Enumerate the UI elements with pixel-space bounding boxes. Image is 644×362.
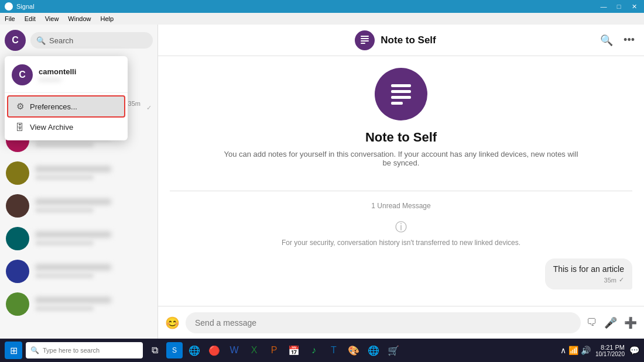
- dropdown-avatar: C: [12, 64, 33, 85]
- spotify-icon[interactable]: ♪: [306, 342, 322, 358]
- volume-icon: 🔊: [581, 346, 591, 355]
- teamviewer-icon[interactable]: T: [326, 342, 342, 358]
- system-tray[interactable]: ∧ 📶 🔊: [560, 346, 591, 355]
- title-bar-controls[interactable]: — □ ✕: [598, 3, 639, 11]
- sticker-button[interactable]: 🗨: [587, 316, 597, 329]
- minimize-button[interactable]: —: [598, 3, 609, 11]
- chrome-icon[interactable]: 🔴: [206, 342, 222, 358]
- taskbar-icons[interactable]: ⧉ S 🌐 🔴 W X P 📅 ♪ T 🎨 🌐 🛒: [146, 342, 402, 358]
- taskbar-search[interactable]: 🔍: [26, 342, 143, 358]
- dropdown-view-archive[interactable]: 🗄 View Archive: [7, 118, 125, 137]
- emoji-button[interactable]: 😊: [165, 316, 180, 330]
- clock-time: 8:21 PM: [595, 344, 625, 351]
- profile-button[interactable]: C: [5, 30, 26, 51]
- conv-name: [35, 199, 111, 205]
- conv-time: 35m: [128, 100, 141, 107]
- menu-edit[interactable]: Edit: [22, 15, 38, 22]
- menu-help[interactable]: Help: [98, 15, 116, 22]
- check-icon: ✓: [146, 104, 152, 112]
- message-row: This is for an article 35m ✓: [170, 258, 632, 289]
- svg-rect-3: [361, 43, 365, 44]
- clock-date: 10/17/2020: [595, 351, 625, 357]
- taskbar-left[interactable]: ⊞ 🔍 ⧉ S 🌐 🔴 W X P 📅 ♪ T 🎨 🌐 🛒: [5, 342, 402, 359]
- store-icon[interactable]: 🛒: [385, 342, 402, 358]
- list-item[interactable]: [0, 255, 157, 288]
- menu-window[interactable]: Window: [66, 15, 93, 22]
- dropdown-user-info: camontelli ••••••••••: [39, 67, 76, 83]
- list-item[interactable]: [0, 222, 157, 255]
- dropdown-username: camontelli: [39, 67, 76, 76]
- message-text: This is for an article: [553, 264, 624, 274]
- app-container: C 🔍 Search C camontelli •••••••••• ⚙ Pre…: [0, 25, 644, 339]
- close-button[interactable]: ✕: [629, 3, 639, 11]
- menu-view[interactable]: View: [43, 15, 61, 22]
- avatar: [6, 260, 29, 283]
- chat-title: Note to Self: [381, 35, 436, 46]
- list-item[interactable]: [0, 189, 157, 222]
- search-input[interactable]: Search: [49, 36, 147, 45]
- chat-header-center: Note to Self: [355, 30, 436, 50]
- conv-name: [35, 297, 111, 303]
- word-icon[interactable]: W: [226, 342, 242, 358]
- conv-info: [35, 297, 152, 311]
- svg-rect-7: [391, 102, 403, 105]
- edge-icon[interactable]: 🌐: [186, 342, 203, 358]
- note-icon: [359, 35, 371, 46]
- conv-info: [35, 264, 152, 278]
- attach-button[interactable]: ➕: [624, 316, 637, 329]
- chat-divider: [170, 191, 632, 191]
- dropdown-user-item[interactable]: C camontelli ••••••••••: [5, 60, 128, 90]
- avatar: [6, 292, 29, 316]
- input-actions[interactable]: 🗨 🎤 ➕: [587, 316, 637, 329]
- tray-expand-icon[interactable]: ∧: [560, 346, 566, 355]
- message-bubble: This is for an article 35m ✓: [545, 258, 632, 289]
- preferences-label: Preferences...: [30, 102, 77, 111]
- security-notice: ⓘ For your security, conversation histor…: [282, 219, 520, 247]
- search-icon: 🔍: [30, 346, 39, 354]
- search-box[interactable]: 🔍 Search: [30, 32, 153, 49]
- search-chat-button[interactable]: 🔍: [600, 34, 613, 47]
- microphone-button[interactable]: 🎤: [604, 316, 617, 329]
- chat-intro: Note to Self You can add notes for yours…: [220, 68, 583, 167]
- message-input[interactable]: [186, 312, 581, 333]
- chat-intro-title: Note to Self: [365, 130, 437, 145]
- chat-header-actions[interactable]: 🔍 •••: [600, 34, 635, 47]
- calendar-icon[interactable]: 📅: [286, 342, 302, 358]
- conv-preview: [35, 175, 94, 180]
- message-time: 35m: [604, 277, 616, 284]
- list-item[interactable]: [0, 288, 157, 320]
- browser-icon-2[interactable]: 🌐: [365, 342, 382, 358]
- chat-body: Note to Self You can add notes for yours…: [158, 56, 644, 306]
- avatar: [6, 194, 29, 218]
- excel-icon[interactable]: X: [246, 342, 262, 358]
- chat-area: Note to Self 🔍 ••• Note to Self: [158, 25, 644, 339]
- info-icon: ⓘ: [395, 219, 407, 235]
- more-options-button[interactable]: •••: [624, 34, 635, 46]
- windows-logo: ⊞: [10, 345, 18, 356]
- dropdown-phone: ••••••••••: [39, 76, 76, 83]
- maximize-button[interactable]: □: [614, 3, 624, 11]
- conv-info: [35, 166, 152, 180]
- chat-header-avatar: [355, 30, 375, 50]
- svg-rect-5: [391, 90, 411, 93]
- menu-bar: File Edit View Window Help: [0, 13, 644, 25]
- list-item[interactable]: [0, 157, 157, 189]
- taskbar-search-input[interactable]: [43, 347, 136, 354]
- conv-info: [35, 232, 152, 246]
- notification-icon[interactable]: 💬: [629, 346, 639, 355]
- powerpoint-icon[interactable]: P: [266, 342, 282, 358]
- app-icon: [5, 2, 13, 11]
- taskbar-signal-icon[interactable]: S: [166, 342, 183, 358]
- svg-rect-1: [361, 38, 369, 39]
- search-icon: 🔍: [36, 36, 46, 45]
- windows-start-button[interactable]: ⊞: [5, 342, 22, 359]
- taskbar-right: ∧ 📶 🔊 8:21 PM 10/17/2020 💬: [560, 344, 639, 357]
- title-bar-left: Signal: [5, 2, 35, 11]
- clock-area: 8:21 PM 10/17/2020: [595, 344, 625, 357]
- conv-name: [35, 264, 111, 270]
- dropdown-preferences[interactable]: ⚙ Preferences...: [7, 95, 125, 118]
- task-view-button[interactable]: ⧉: [146, 342, 163, 358]
- paint-icon[interactable]: 🎨: [345, 342, 362, 358]
- avatar: [6, 161, 29, 185]
- menu-file[interactable]: File: [2, 15, 18, 22]
